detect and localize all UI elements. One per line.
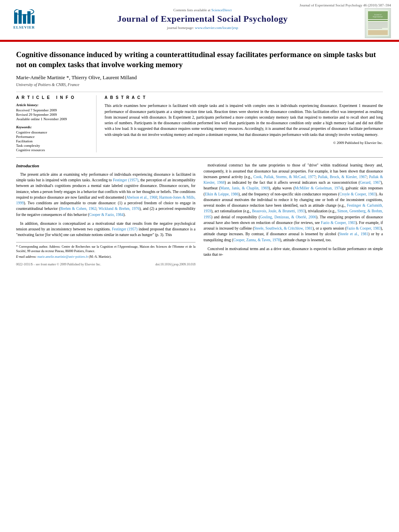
introduction-heading: Introduction	[16, 162, 195, 169]
homepage-link[interactable]: www.elsevier.com/locate/jesp	[195, 26, 238, 30]
body-para-1: The present article aims at examining wh…	[16, 172, 195, 218]
svg-rect-12	[368, 23, 388, 24]
body-divider	[16, 157, 383, 158]
abstract-text: This article examines how performance is…	[105, 103, 383, 138]
svg-rect-2	[23, 14, 26, 24]
keyword-1: Cognitive dissonance	[16, 130, 90, 134]
ref-festinger-1957[interactable]: Festinger (1957)	[113, 178, 138, 182]
ref-cook[interactable]: Cook, Pallak, Storms, & McCaul, 1977	[253, 175, 316, 179]
body-left-col: Introduction The present article aims at…	[16, 162, 195, 267]
body-para-4: Conceived in motivational terms and as a…	[204, 246, 383, 258]
footnote-email: E-mail address: marie.amelie.martinie@un…	[16, 255, 195, 259]
article-title: Cognitive dissonance induced by writing …	[16, 50, 383, 70]
history-label: Article history:	[16, 103, 90, 107]
email-link[interactable]: marie.amelie.martinie@univ-poitiers.fr	[37, 255, 88, 259]
sciencedirect-link[interactable]: ScienceDirect	[212, 8, 232, 12]
body-para-2: In addition, dissonance is conceptualize…	[16, 221, 195, 238]
ref-mcmiller[interactable]: McMiller & Geiselman, 1974	[295, 186, 342, 190]
ref-mann[interactable]: Mann, Janis, & Chaplin, 1969	[220, 186, 269, 190]
svg-text:Experimental: Experimental	[373, 16, 382, 18]
ref-fazio-cooper-sports[interactable]: Fazio & Cooper, 1983	[346, 226, 380, 230]
svg-rect-17	[368, 30, 388, 35]
journal-top-bar: ELSEVIER Contents lists available at Sci…	[8, 8, 391, 38]
ref-beauvois[interactable]: Beauvois, Joule, & Brunetti, 1993	[252, 209, 305, 213]
keywords-section: Keywords: Cognitive dissonance Performan…	[16, 125, 90, 152]
ref-steele-alcohol[interactable]: Steele et al., 1981	[339, 232, 368, 236]
affiliation: University of Poitiers & CNRS, France	[16, 82, 383, 87]
article-info-section: A R T I C L E I N F O Article history: R…	[16, 92, 383, 152]
issn-line: 0022-1031/$ – see front matter © 2009 Pu…	[16, 262, 101, 267]
journal-info-bar: Journal of Experimental Social Psycholog…	[8, 2, 391, 8]
received-date: Received 7 September 2009	[16, 108, 90, 112]
svg-rect-11	[368, 22, 388, 23]
page-container: Journal of Experimental Social Psycholog…	[0, 0, 399, 532]
available-date: Available online 1 November 2009	[16, 117, 90, 121]
abstract-section: A B S T R A C T This article examines ho…	[105, 95, 383, 152]
ref-steele-caffeine[interactable]: Steele, Southwick, & Critchlow, 1981	[254, 226, 313, 230]
ref-harmon[interactable]: Harmon-Jones & Mills, 1999	[16, 195, 195, 205]
ref-abelson[interactable]: Abelson et al., 1968	[126, 195, 157, 199]
svg-rect-13	[368, 25, 388, 25]
svg-rect-16	[368, 28, 382, 29]
svg-rect-10	[368, 20, 388, 21]
elsevier-tree-icon	[13, 9, 35, 25]
body-right-col: motivational construct has the same prop…	[204, 162, 383, 267]
ref-cooper-fazio[interactable]: Cooper & Fazio, 1984	[89, 213, 123, 217]
svg-rect-1	[19, 10, 22, 24]
doi-line: doi:10.1016/j.jesp.2009.10.018	[155, 262, 195, 267]
svg-rect-3	[27, 11, 31, 24]
article-content: Cognitive dissonance induced by writing …	[0, 42, 399, 275]
keyword-5: Cognitive resources	[16, 148, 90, 152]
svg-rect-4	[32, 15, 35, 24]
revised-date: Revised 29 September 2009	[16, 113, 90, 117]
journal-center: Contents lists available at ScienceDirec…	[40, 8, 365, 30]
svg-rect-14	[368, 26, 388, 26]
bottom-bar: 0022-1031/$ – see front matter © 2009 Pu…	[16, 262, 195, 267]
ref-fazio-cooper[interactable]: Fazio & Cooper, 1983	[321, 221, 356, 225]
ref-gosling[interactable]: Gosling, Denizeau, & Oberlé, 2006	[260, 215, 316, 219]
author-names: Marie-Amélie Martinie *, Thierry Olive, …	[16, 74, 137, 80]
ref-croyle[interactable]: Croyle & Cooper, 1983	[339, 192, 376, 196]
ref-festinger-1957b[interactable]: Festinger (1957)	[112, 227, 138, 231]
ref-cooper-zanna[interactable]: Cooper, Zanna, & Taves, 1978	[233, 238, 280, 242]
ref-wicklund[interactable]: Wicklund & Brehm, 1976	[99, 207, 140, 211]
body-para-3: motivational construct has the same prop…	[204, 162, 383, 243]
ref-elkin[interactable]: Elkin & Leippe, 1986	[205, 192, 239, 196]
svg-point-5	[14, 9, 34, 15]
keywords-label: Keywords:	[16, 125, 90, 129]
keyword-4: Task complexity	[16, 144, 90, 148]
body-two-col: Introduction The present article aims at…	[16, 162, 383, 267]
footnote-corresponding: * Corresponding author. Address: Centre …	[16, 244, 195, 253]
article-info-label: A R T I C L E I N F O	[16, 95, 90, 100]
journal-homepage: journal homepage: www.elsevier.com/locat…	[48, 26, 357, 30]
elsevier-logo: ELSEVIER	[8, 8, 40, 30]
keyword-2: Performance	[16, 135, 90, 139]
sciencedirect-line: Contents lists available at ScienceDirec…	[48, 8, 357, 12]
copyright-line: © 2009 Published by Elsevier Inc.	[105, 141, 383, 145]
journal-title: Journal of Experimental Social Psycholog…	[48, 14, 357, 24]
article-info-left: A R T I C L E I N F O Article history: R…	[16, 95, 97, 152]
abstract-label: A B S T R A C T	[105, 95, 383, 100]
ref-brehm[interactable]: Brehm & Cohen, 1962	[60, 207, 96, 211]
journal-thumbnail: Journal of Experimental	[365, 8, 391, 38]
journal-cover-icon: Journal of Experimental	[367, 10, 389, 36]
ref-gerard[interactable]: Gerard, 1967	[360, 181, 381, 185]
journal-header: Journal of Experimental Social Psycholog…	[0, 0, 399, 41]
ref-pallak-brock[interactable]: Pallak, Brock, & Kiesler, 1967	[318, 175, 367, 179]
svg-rect-15	[368, 27, 388, 27]
authors: Marie-Amélie Martinie *, Thierry Olive, …	[16, 74, 383, 81]
elsevier-text: ELSEVIER	[13, 25, 35, 29]
footnote-area: * Corresponding author. Address: Centre …	[16, 242, 195, 259]
keyword-3: Facilitation	[16, 139, 90, 143]
article-history: Article history: Received 7 September 20…	[16, 103, 90, 121]
